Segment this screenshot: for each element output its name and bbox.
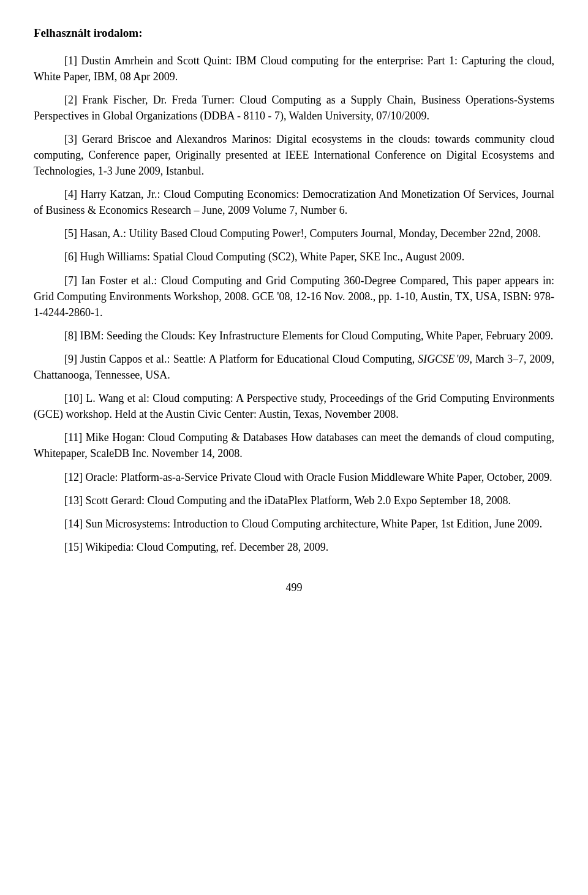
reference-3: [3] Gerard Briscoe and Alexandros Marino… (34, 131, 554, 179)
reference-12-text: [12] Oracle: Platform-as-a-Service Priva… (34, 469, 554, 485)
reference-7: [7] Ian Foster et al.: Cloud Computing a… (34, 273, 554, 320)
reference-5-text: [5] Hasan, A.: Utility Based Cloud Compu… (34, 225, 554, 241)
reference-15: [15] Wikipedia: Cloud Computing, ref. De… (34, 539, 554, 555)
page-content: Felhasznált irodalom: [1] Dustin Amrhein… (34, 25, 554, 555)
reference-11: [11] Mike Hogan: Cloud Computing & Datab… (34, 429, 554, 461)
reference-3-text: [3] Gerard Briscoe and Alexandros Marino… (34, 131, 554, 179)
reference-2: [2] Frank Fischer, Dr. Freda Turner: Clo… (34, 92, 554, 124)
reference-4: [4] Harry Katzan, Jr.: Cloud Computing E… (34, 186, 554, 218)
page-number: 499 (286, 581, 303, 594)
reference-15-text: [15] Wikipedia: Cloud Computing, ref. De… (34, 539, 554, 555)
reference-6-text: [6] Hugh Williams: Spatial Cloud Computi… (34, 249, 554, 265)
reference-1-text: [1] Dustin Amrhein and Scott Quint: IBM … (34, 53, 554, 85)
reference-8-text: [8] IBM: Seeding the Clouds: Key Infrast… (34, 328, 554, 344)
reference-10-text: [10] L. Wang et al: Cloud computing: A P… (34, 390, 554, 422)
reference-8: [8] IBM: Seeding the Clouds: Key Infrast… (34, 328, 554, 344)
reference-2-text: [2] Frank Fischer, Dr. Freda Turner: Clo… (34, 92, 554, 124)
reference-1: [1] Dustin Amrhein and Scott Quint: IBM … (34, 53, 554, 85)
reference-14-text: [14] Sun Microsystems: Introduction to C… (34, 516, 554, 532)
reference-7-text: [7] Ian Foster et al.: Cloud Computing a… (34, 273, 554, 320)
reference-11-text: [11] Mike Hogan: Cloud Computing & Datab… (34, 429, 554, 461)
reference-9-text: [9] Justin Cappos et al.: Seattle: A Pla… (34, 351, 554, 383)
reference-9: [9] Justin Cappos et al.: Seattle: A Pla… (34, 351, 554, 383)
reference-6: [6] Hugh Williams: Spatial Cloud Computi… (34, 249, 554, 265)
reference-5: [5] Hasan, A.: Utility Based Cloud Compu… (34, 225, 554, 241)
reference-14: [14] Sun Microsystems: Introduction to C… (34, 516, 554, 532)
reference-4-text: [4] Harry Katzan, Jr.: Cloud Computing E… (34, 186, 554, 218)
reference-13: [13] Scott Gerard: Cloud Computing and t… (34, 493, 554, 508)
reference-12: [12] Oracle: Platform-as-a-Service Priva… (34, 469, 554, 485)
section-heading: Felhasznált irodalom: (34, 25, 554, 42)
reference-10: [10] L. Wang et al: Cloud computing: A P… (34, 390, 554, 422)
reference-13-text: [13] Scott Gerard: Cloud Computing and t… (34, 493, 554, 508)
page-footer: 499 (34, 580, 554, 595)
